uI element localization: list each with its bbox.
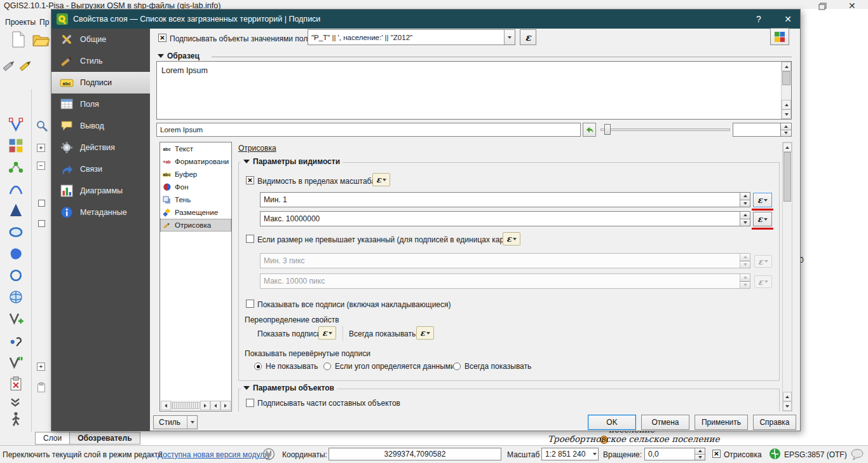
sample-size-spinbox[interactable] [733, 123, 781, 137]
style-button[interactable]: Стиль [153, 415, 198, 429]
show-all-labels-checkbox[interactable]: ✕ [246, 300, 254, 308]
tab-layers[interactable]: Слои [35, 432, 70, 445]
close-window-icon[interactable]: ✕ [848, 1, 856, 11]
auto-placement-settings-button[interactable] [770, 28, 789, 45]
preview-scrollbar[interactable] [781, 62, 791, 119]
panel-scrollbar[interactable] [782, 142, 792, 411]
list-hscrollbar[interactable] [161, 401, 231, 410]
layer-checkbox[interactable] [38, 220, 45, 227]
toolbar-point-icon[interactable] [8, 332, 24, 349]
dialog-close-icon[interactable]: ✕ [780, 13, 796, 25]
always-show-data-defined-icon[interactable]: ε [416, 326, 434, 340]
sidebar-item-metadata[interactable]: Метаданные [51, 202, 150, 223]
toolbar-ellipse-icon[interactable] [8, 224, 24, 240]
toolbar-polygon-icon[interactable] [8, 202, 24, 219]
help-button[interactable]: Справка [753, 415, 796, 430]
list-item-buffer[interactable]: abc Буфер [160, 168, 231, 181]
data-defined-icon[interactable]: ε [503, 232, 520, 245]
min-scale-spinbox[interactable]: Мин. 1 [260, 192, 750, 207]
toolbar-v-annotation-icon[interactable] [8, 354, 24, 370]
menu-projects[interactable]: Проекты [5, 18, 36, 27]
spin-up-button[interactable] [695, 448, 705, 455]
style-dropdown-icon[interactable] [187, 416, 197, 429]
apply-button[interactable]: Применить [695, 415, 748, 430]
status-update-link[interactable]: Доступна новая версия модуля [158, 450, 269, 459]
spin-up-button[interactable] [740, 212, 750, 219]
list-item-formatting[interactable]: +ab Форматировани [160, 155, 231, 168]
sidebar-item-actions[interactable]: Действия [51, 137, 150, 158]
sidebar-item-style[interactable]: Стиль [51, 50, 150, 72]
toolbar-node-tool-icon[interactable] [8, 159, 24, 176]
toolbar-chevrons-icon[interactable] [8, 394, 23, 410]
visibility-group-title[interactable]: Параметры видимости [241, 157, 342, 166]
radio-angle-defined[interactable] [323, 363, 331, 370]
sidebar-item-diagrams[interactable]: Диаграммы [51, 180, 150, 202]
toolbar-circle-icon[interactable] [8, 267, 24, 284]
max-scale-data-defined-button[interactable]: ε [753, 212, 772, 226]
radio-always-show[interactable] [453, 363, 461, 370]
spin-up-button[interactable] [781, 123, 791, 130]
expression-builder-button[interactable]: ε [520, 29, 536, 45]
expression-combobox[interactable]: "P_T" || ', население:' || "Z012" [308, 29, 515, 45]
max-scale-spinbox[interactable]: Макс. 10000000 [260, 211, 750, 226]
scroll-up-button[interactable] [782, 100, 791, 109]
label-parts-checkbox[interactable]: ✕ [246, 399, 254, 407]
scroll-up-button[interactable] [783, 392, 792, 401]
sidebar-item-labels[interactable]: abc Подписи [51, 72, 150, 93]
list-item-rendering[interactable]: Отрисовка [160, 219, 231, 232]
toolbar-blob-icon[interactable] [8, 245, 24, 262]
tree-expand-icon[interactable]: + [37, 363, 45, 371]
toolbar-vertex-tool-icon[interactable] [8, 116, 24, 132]
sidebar-item-display[interactable]: Вывод [51, 115, 150, 137]
scroll-down-button[interactable] [782, 109, 791, 119]
expression-dropdown-icon[interactable] [504, 30, 515, 45]
scale-dropdown-icon[interactable] [593, 453, 597, 455]
toolbar-globe-icon[interactable] [8, 289, 24, 305]
scale-combobox[interactable]: 1:2 851 240 [541, 448, 599, 460]
dialog-titlebar[interactable]: Свойства слоя — Список всех загрязненных… [51, 10, 800, 29]
scroll-right-button[interactable] [200, 401, 210, 410]
scroll-right-button[interactable] [220, 401, 231, 410]
list-item-shadow[interactable]: Тень [160, 193, 231, 206]
toolbar-curve-icon[interactable] [8, 181, 24, 197]
render-checkbox[interactable]: ✕ [712, 450, 721, 458]
sample-text-input[interactable]: Lorem Ipsum [156, 123, 581, 137]
plugin-icon[interactable] [262, 448, 275, 460]
show-label-data-defined-icon[interactable]: ε [318, 326, 336, 340]
cancel-button[interactable]: Отмена [641, 415, 689, 430]
scale-visibility-checkbox[interactable]: ✕ [246, 176, 254, 184]
scrollbar-thumb[interactable] [783, 152, 791, 202]
toolbar-move-feature-icon[interactable] [8, 137, 24, 154]
list-item-placement[interactable]: Размещение [160, 206, 231, 219]
features-group-title[interactable]: Параметры объектов [241, 384, 337, 392]
sample-zoom-slider[interactable] [600, 123, 730, 137]
min-scale-data-defined-button[interactable]: ε [753, 193, 772, 207]
tab-browser[interactable]: Обозреватель [70, 432, 140, 445]
sidebar-item-fields[interactable]: Поля [51, 93, 150, 115]
menu-pr[interactable]: Пр [39, 18, 49, 27]
crs-status-icon[interactable] [769, 448, 781, 460]
toolbar-add-feature-icon[interactable] [8, 310, 24, 327]
dialog-help-icon[interactable]: ? [750, 13, 767, 25]
slider-handle[interactable] [604, 124, 611, 135]
sample-reset-button[interactable] [583, 123, 596, 137]
coords-input[interactable]: 3299374,7090582 [329, 448, 501, 460]
spin-down-button[interactable] [695, 455, 705, 460]
spin-up-button[interactable] [740, 193, 750, 200]
scrollbar-thumb[interactable] [782, 71, 790, 85]
scroll-down-button[interactable] [783, 401, 792, 411]
pencil-yellow-icon[interactable] [18, 57, 34, 74]
list-item-text[interactable]: abc Текст [160, 142, 231, 155]
messages-bubble-icon[interactable] [850, 448, 864, 460]
data-defined-icon[interactable]: ε [372, 173, 390, 186]
size-limit-checkbox[interactable]: ✕ [246, 235, 254, 243]
layer-checkbox[interactable] [38, 200, 45, 207]
label-objects-checkbox[interactable]: ✕ [158, 34, 166, 42]
restore-window-icon[interactable] [818, 3, 827, 10]
spin-down-button[interactable] [740, 200, 750, 207]
scroll-up-button[interactable] [782, 62, 791, 71]
list-item-background[interactable]: Фон [160, 181, 231, 193]
spin-down-button[interactable] [781, 130, 791, 137]
scroll-left-button[interactable] [161, 401, 171, 410]
pencil-gray-icon[interactable] [1, 57, 18, 74]
